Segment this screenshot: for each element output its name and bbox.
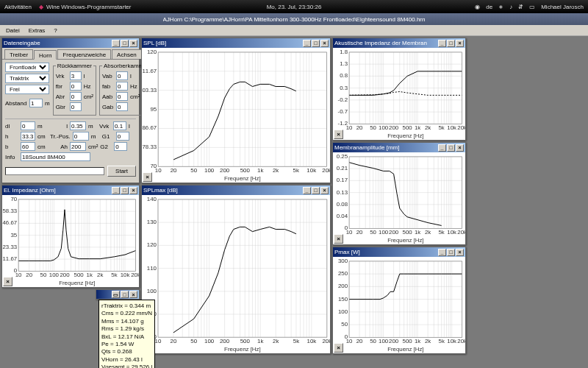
- svg-text:110: 110: [147, 265, 157, 272]
- minimize-button[interactable]: _: [303, 187, 311, 194]
- lbl: fbr: [56, 83, 68, 90]
- inp-g1[interactable]: [116, 132, 129, 141]
- close-button[interactable]: ×: [129, 40, 137, 47]
- tab-achsen[interactable]: Achsen: [112, 49, 142, 59]
- inp-ah[interactable]: [70, 142, 86, 151]
- inp-b[interactable]: [21, 142, 35, 151]
- select-geom[interactable]: Traktrix: [5, 74, 49, 83]
- minimize-button[interactable]: _: [112, 40, 120, 47]
- inp-fbr[interactable]: [70, 82, 82, 91]
- svg-text:Frequenz [Hz]: Frequenz [Hz]: [387, 346, 423, 353]
- titlebar[interactable]: SPLmax [dB]_□×: [142, 185, 330, 195]
- maximize-button[interactable]: □: [447, 40, 455, 47]
- a11y-icon[interactable]: ◉: [475, 4, 480, 10]
- tt-line: rTraktrix = 0.344 m: [101, 302, 152, 310]
- svg-text:10: 10: [15, 272, 22, 278]
- inp-abstand[interactable]: [29, 99, 43, 107]
- maximize-button[interactable]: □: [312, 40, 320, 47]
- tab-horn[interactable]: Horn: [34, 50, 57, 60]
- inp-l[interactable]: [70, 121, 86, 130]
- menu-datei[interactable]: Datei: [3, 26, 23, 35]
- svg-text:1.3: 1.3: [340, 60, 348, 67]
- maximize-button[interactable]: □: [121, 291, 129, 298]
- close-button[interactable]: ×: [129, 291, 137, 298]
- inp-vrk[interactable]: [70, 71, 82, 80]
- title: Membranamplitude [mm]: [334, 144, 438, 151]
- close-button[interactable]: ×: [320, 40, 329, 47]
- maximize-button[interactable]: □: [121, 187, 129, 194]
- window-membran: Membranamplitude [mm]_□× × 00.040.080.13…: [332, 142, 466, 245]
- inp-vab[interactable]: [116, 71, 128, 80]
- minimize-button[interactable]: _: [438, 40, 446, 47]
- svg-text:50: 50: [341, 321, 348, 328]
- close-button[interactable]: ×: [456, 144, 464, 152]
- svg-text:120: 120: [147, 241, 157, 248]
- close-button[interactable]: ×: [456, 249, 464, 256]
- inp-fab[interactable]: [116, 82, 128, 91]
- title: SPL [dB]: [143, 40, 303, 46]
- plot: 0501001502002503001020501002005001k2k5k1…: [333, 257, 465, 353]
- menu-help[interactable]: ?: [51, 26, 60, 35]
- clock[interactable]: Mo, 23. Jul, 23:30:26: [267, 4, 322, 10]
- tab-freq[interactable]: Frequenzweiche: [57, 49, 111, 59]
- inp-dl[interactable]: [21, 121, 35, 130]
- titlebar[interactable]: Pmax [W]_□×: [333, 247, 465, 257]
- svg-text:100: 100: [338, 308, 348, 315]
- user-label[interactable]: Michael Jarosch: [541, 4, 584, 10]
- inp-h[interactable]: [21, 132, 35, 141]
- chart-close-icon[interactable]: ×: [334, 130, 343, 139]
- titlebar-data-input[interactable]: Dateneingabe _□×: [2, 38, 139, 48]
- lbl: Info: [5, 154, 18, 160]
- chart-close-icon[interactable]: ×: [334, 343, 343, 353]
- inp-g2[interactable]: [114, 142, 127, 151]
- active-app[interactable]: ◆ Wine Windows-Programmstarter: [39, 4, 132, 10]
- select-type[interactable]: Frontloaded: [5, 63, 49, 72]
- battery-icon[interactable]: ▭: [529, 4, 535, 10]
- inp-trpos[interactable]: [73, 132, 89, 141]
- inp-gbr[interactable]: [70, 102, 82, 111]
- svg-text:150: 150: [338, 296, 348, 302]
- inp-info[interactable]: [21, 152, 90, 161]
- volume-icon[interactable]: ♪: [509, 4, 512, 10]
- network-icon[interactable]: ⇵: [518, 4, 523, 10]
- restore-button[interactable]: ▭: [112, 291, 120, 298]
- maximize-button[interactable]: □: [447, 144, 455, 152]
- lang-label[interactable]: de: [486, 4, 492, 10]
- titlebar[interactable]: El. Impedanz [Ohm]_□×: [2, 185, 139, 195]
- minimize-button[interactable]: _: [112, 187, 120, 194]
- chart-close-icon[interactable]: ×: [143, 172, 152, 182]
- maximize-button[interactable]: □: [121, 40, 129, 47]
- start-button[interactable]: Start: [107, 166, 136, 177]
- titlebar[interactable]: Akustische Impedanz der Membran_□×: [333, 38, 465, 48]
- window-splmax: SPLmax [dB]_□× × 80901001101201301401020…: [141, 185, 331, 354]
- svg-text:100: 100: [49, 272, 60, 278]
- svg-text:500: 500: [403, 124, 413, 131]
- chart-splmax: × 80901001101201301401020501002005001k2k…: [142, 195, 330, 353]
- activities[interactable]: Aktivitäten: [4, 4, 32, 10]
- close-button[interactable]: ×: [129, 187, 137, 194]
- chart-close-icon[interactable]: ×: [334, 234, 343, 244]
- maximize-button[interactable]: □: [447, 249, 455, 256]
- inp-aab[interactable]: [116, 92, 128, 101]
- minimize-button[interactable]: _: [438, 249, 446, 256]
- inp-abr[interactable]: [70, 92, 82, 101]
- chart-close-icon[interactable]: ×: [3, 277, 12, 286]
- inp-gab[interactable]: [116, 102, 128, 111]
- minimize-button[interactable]: _: [438, 144, 446, 152]
- close-button[interactable]: ×: [320, 187, 329, 194]
- svg-text:1k: 1k: [257, 338, 263, 344]
- bluetooth-icon[interactable]: ∗: [498, 4, 503, 10]
- inp-vvk[interactable]: [113, 121, 126, 130]
- maximize-button[interactable]: □: [312, 187, 320, 194]
- menu-extras[interactable]: Extras: [26, 26, 49, 35]
- close-button[interactable]: ×: [456, 40, 464, 47]
- svg-text:130: 130: [147, 219, 157, 225]
- title: Pmax [W]: [334, 249, 438, 255]
- window-minimized[interactable]: ▭□×: [96, 289, 140, 300]
- titlebar[interactable]: SPL [dB]_□×: [142, 38, 330, 48]
- svg-text:10: 10: [155, 338, 162, 344]
- tab-treiber[interactable]: Treiber: [4, 49, 33, 59]
- select-mount[interactable]: Frei: [5, 85, 49, 94]
- minimize-button[interactable]: _: [303, 40, 311, 47]
- titlebar[interactable]: Membranamplitude [mm]_□×: [333, 143, 465, 152]
